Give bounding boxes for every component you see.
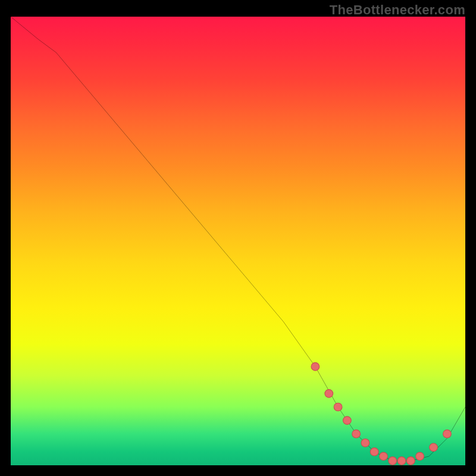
- marker-point: [352, 430, 361, 438]
- bottleneck-curve-path: [11, 17, 465, 461]
- marker-point: [380, 452, 388, 461]
- plot-area: [11, 17, 465, 465]
- marker-point: [334, 403, 342, 411]
- marker-point: [406, 457, 415, 465]
- marker-point: [343, 416, 351, 425]
- marker-point: [311, 362, 320, 371]
- marker-point: [430, 443, 438, 452]
- marker-point: [443, 430, 452, 438]
- watermark-text: TheBottlenecker.com: [330, 2, 465, 18]
- curve-layer: [11, 17, 465, 465]
- marker-point: [361, 439, 369, 447]
- marker-point: [397, 457, 406, 465]
- marker-point: [370, 448, 378, 456]
- marker-point: [416, 452, 424, 461]
- marker-point: [325, 390, 333, 398]
- highlight-markers: [311, 362, 451, 465]
- marker-point: [389, 457, 397, 465]
- chart-frame: TheBottlenecker.com: [0, 0, 476, 476]
